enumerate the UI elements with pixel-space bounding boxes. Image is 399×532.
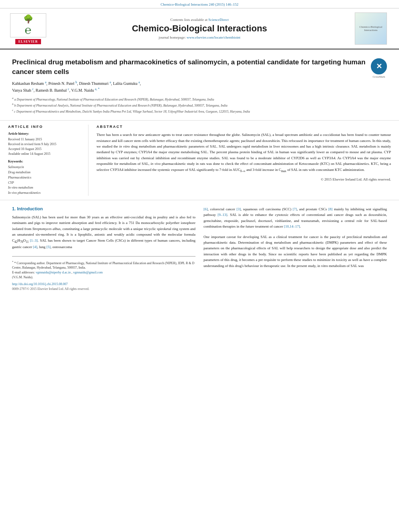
- elsevier-logo: 🌳 ℮ ELSEVIER: [8, 13, 48, 44]
- journal-homepage: journal homepage: www.elsevier.com/locat…: [56, 35, 343, 39]
- elsevier-letters-icon: ℮: [25, 24, 32, 37]
- elsevier-tree-icon: 🌳: [23, 14, 33, 24]
- email-label: E-mail addresses:: [12, 271, 35, 274]
- received-date: Received 11 January 2015: [8, 137, 80, 142]
- col-left: 1. Introduction Salinomycin (SAL) has be…: [12, 206, 195, 291]
- journal-logo-box: Chemico-Biological Interactions: [355, 12, 387, 45]
- ref-8[interactable]: [8]: [328, 207, 333, 211]
- author-prinesh: Prinesh N. Patel: [48, 81, 74, 86]
- footnote-section: * * Corresponding author. Department of …: [12, 256, 195, 291]
- author-dinesh: Dinesh Thummuri: [79, 81, 108, 86]
- abstract-text: There has been a search for new anticanc…: [97, 132, 391, 173]
- ref-3[interactable]: [3]: [237, 207, 241, 211]
- col-right: [6], colorectal cancer [3], squamous cel…: [204, 206, 387, 291]
- email-link-1[interactable]: vgmnaidu@niperhy d.ac.in: [36, 271, 72, 274]
- intro-para-1: Salinomycin (SAL) has been used for more…: [12, 214, 195, 250]
- name-signature: (V.G.M. Naidu).: [12, 275, 33, 279]
- crossmark-label: CrossMark: [371, 75, 387, 78]
- journal-homepage-link[interactable]: www.elsevier.com/locate/chembioint: [187, 35, 240, 39]
- body-content: 1. Introduction Salinomycin (SAL) has be…: [0, 200, 399, 297]
- abstract-section: ABSTRACT There has been a search for new…: [88, 125, 391, 196]
- crossmark-icon: ✕: [371, 58, 387, 74]
- science-direct-link[interactable]: ScienceDirect: [208, 18, 228, 22]
- affiliations: a a Department of Pharmacology, National…: [12, 96, 387, 114]
- article-info-panel: ARTICLE INFO Article history: Received 1…: [8, 125, 88, 196]
- journal-center: Contents lists available at ScienceDirec…: [48, 18, 351, 39]
- top-bar: Chemico-Biological Interactions 240 (201…: [0, 0, 399, 8]
- crossmark-badge: ✕ CrossMark: [371, 58, 387, 78]
- doi-line: http://dx.doi.org/10.1016/j.cbi.2015.08.…: [12, 282, 195, 286]
- keywords-title: Keywords:: [8, 160, 80, 163]
- affiliation-a: a a Department of Pharmacology, National…: [12, 96, 387, 102]
- intro-heading: 1. Introduction: [12, 206, 195, 211]
- journal-header: 🌳 ℮ ELSEVIER Contents lists available at…: [0, 8, 399, 49]
- keyword-6: In vivo pharmacokinetics: [8, 191, 80, 196]
- author-lalita: Lalita Guntuku: [113, 81, 138, 86]
- ref-6[interactable]: [6]: [204, 207, 208, 211]
- journal-title: Chemico-Biological Interactions: [56, 23, 343, 34]
- email-link-2[interactable]: vgmnaidu@gmail.com: [73, 271, 103, 274]
- author-ramesh: Ramesh B. Bambal: [36, 88, 67, 92]
- ref-5[interactable]: [5]: [46, 245, 51, 249]
- keyword-4: CYP: [8, 181, 80, 186]
- author-vgm: V.G.M. Naidu: [71, 88, 94, 92]
- ref-9-13[interactable]: [9–13]: [218, 213, 227, 217]
- available-date: Available online 14 August 2015: [8, 152, 80, 156]
- accepted-date: Accepted 10 August 2015: [8, 147, 80, 152]
- author-vanya: Vanya Shah: [12, 88, 31, 92]
- affiliation-c: c c Department of Pharmacokinetics and M…: [12, 108, 387, 114]
- keyword-1: Salinomycin: [8, 165, 80, 170]
- ref-1-3[interactable]: [1–3]: [30, 238, 38, 242]
- title-wrapper: ✕ CrossMark Preclinical drug metabolism …: [12, 58, 387, 77]
- footnote-corresponding: * * Corresponding author. Department of …: [12, 260, 195, 280]
- article-history-title: Article history:: [8, 132, 80, 136]
- intro-para-2: [6], colorectal cancer [3], squamous cel…: [204, 206, 387, 230]
- article-title-section: ✕ CrossMark Preclinical drug metabolism …: [0, 49, 399, 121]
- copyright-line: © 2015 Elsevier Ireland Ltd. All rights …: [97, 177, 391, 181]
- science-direct-label: Contents lists available at ScienceDirec…: [56, 18, 343, 22]
- intro-para-3: One important caveat for developing SAL …: [204, 234, 387, 269]
- journal-logo-right: Chemico-Biological Interactions: [351, 12, 391, 45]
- elsevier-logo-image: 🌳 ℮: [10, 13, 46, 37]
- authors-line: Kahkashan Resham a, Prinesh N. Patel b, …: [12, 80, 387, 94]
- article-info-title: ARTICLE INFO: [8, 125, 80, 129]
- keyword-2: Drug metabolism: [8, 170, 80, 175]
- ref-7[interactable]: [7]: [293, 207, 297, 211]
- keyword-5: In vitro metabolism: [8, 185, 80, 191]
- journal-logo-text: Chemico-Biological Interactions: [357, 25, 385, 32]
- author-kahkashan: Kahkashan Resham: [12, 81, 44, 86]
- received-revised-date: Received in revised form 9 July 2015: [8, 142, 80, 147]
- elsevier-banner: ELSEVIER: [15, 39, 41, 44]
- abstract-title: ABSTRACT: [97, 125, 391, 129]
- keyword-3: Pharmacokinetics: [8, 175, 80, 181]
- journal-citation: Chemico-Biological Interactions 240 (201…: [160, 2, 238, 6]
- issn-line: 0009-2797/© 2015 Elsevier Ireland Ltd. A…: [12, 287, 195, 291]
- ref-10-17[interactable]: [10,14–17]: [284, 224, 300, 228]
- article-title: Preclinical drug metabolism and pharmaco…: [12, 58, 387, 77]
- affiliation-b: b b Department of Pharmaceutical Analysi…: [12, 102, 387, 108]
- body-columns: 1. Introduction Salinomycin (SAL) has be…: [12, 206, 387, 291]
- doi-link[interactable]: http://dx.doi.org/10.1016/j.cbi.2015.08.…: [12, 282, 68, 286]
- main-content: ARTICLE INFO Article history: Received 1…: [0, 121, 399, 200]
- ref-4[interactable]: [4]: [33, 245, 37, 249]
